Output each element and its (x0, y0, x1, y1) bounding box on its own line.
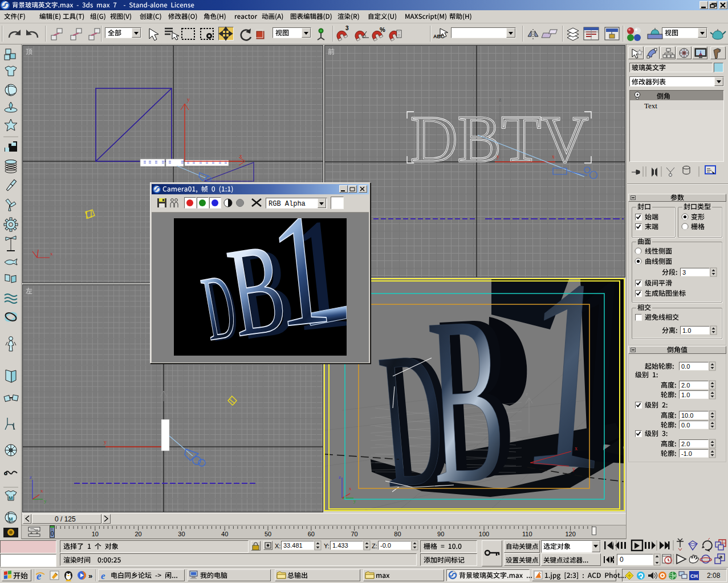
svg-text:x: x (239, 153, 242, 159)
svg-text:x: x (40, 488, 43, 494)
svg-text:z: z (526, 391, 528, 397)
svg-text:z: z (30, 474, 32, 480)
svg-text:x: x (575, 445, 577, 451)
svg-text:y: y (497, 153, 499, 160)
svg-text:z: z (339, 474, 341, 480)
svg-text:y: y (44, 498, 47, 504)
svg-text:DBTV: DBTV (410, 102, 588, 176)
svg-text:z: z (499, 96, 502, 103)
svg-text:y: y (104, 439, 107, 445)
svg-text:x: x (349, 486, 352, 491)
svg-text:B: B (423, 266, 510, 534)
svg-text:y: y (187, 96, 190, 103)
svg-text:x: x (552, 153, 555, 160)
svg-text:y: y (572, 466, 575, 472)
svg-text:x: x (50, 251, 53, 256)
